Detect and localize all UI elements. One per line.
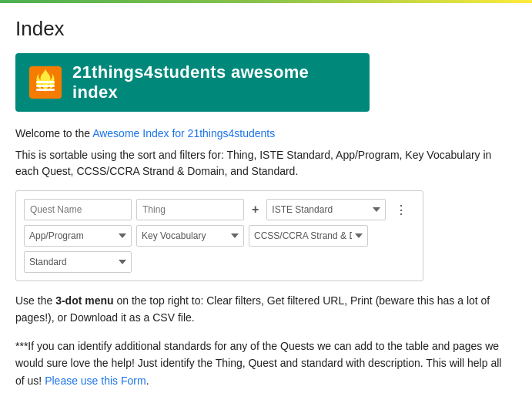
banner-text: 21things4students awesome index — [72, 62, 356, 102]
app-program-select[interactable]: App/Program — [24, 225, 132, 247]
filter-row-2: App/Program Key Vocabulary CCSS/CCRA Str… — [24, 225, 415, 247]
page-title: Index — [15, 17, 517, 41]
additional-suffix: . — [146, 375, 149, 387]
svg-rect-1 — [36, 85, 55, 87]
svg-rect-2 — [36, 89, 55, 91]
add-filter-button[interactable]: + — [249, 201, 262, 218]
awesome-index-link[interactable]: Awesome Index for 21things4students — [92, 127, 275, 139]
page-content: Index 21things4students awesome index We… — [0, 3, 532, 393]
sortable-description: This is sortable using the sort and filt… — [15, 147, 517, 180]
three-dot-label: 3-dot menu — [55, 294, 113, 307]
thing-input[interactable] — [136, 199, 244, 220]
filters-box: + ISTE Standard ⋮ App/Program Key Vocabu… — [15, 190, 423, 281]
standard-select[interactable]: Standard — [24, 251, 132, 273]
instructions-prefix: Use the — [15, 294, 55, 307]
welcome-prefix: Welcome to the — [15, 127, 92, 139]
quest-name-input[interactable] — [24, 199, 132, 220]
banner-icon — [29, 66, 62, 99]
welcome-section: Welcome to the Awesome Index for 21thing… — [15, 127, 517, 139]
banner: 21things4students awesome index — [15, 53, 370, 112]
iste-standard-select[interactable]: ISTE Standard — [266, 199, 386, 220]
additional-paragraph: ***If you can identify additional standa… — [15, 338, 508, 389]
three-dot-menu-button[interactable]: ⋮ — [390, 201, 413, 219]
instructions-paragraph: Use the 3-dot menu on the top right to: … — [15, 292, 508, 327]
svg-rect-3 — [36, 81, 55, 83]
stars: *** — [15, 340, 28, 352]
filter-row-3: Standard — [24, 251, 415, 273]
welcome-paragraph: Welcome to the Awesome Index for 21thing… — [15, 127, 517, 139]
ccss-strand-select[interactable]: CCSS/CCRA Strand & Do... — [249, 225, 368, 247]
filter-row-1: + ISTE Standard ⋮ — [24, 199, 415, 220]
please-use-form-link[interactable]: Please use this Form — [45, 375, 146, 387]
key-vocabulary-select[interactable]: Key Vocabulary — [136, 225, 244, 247]
